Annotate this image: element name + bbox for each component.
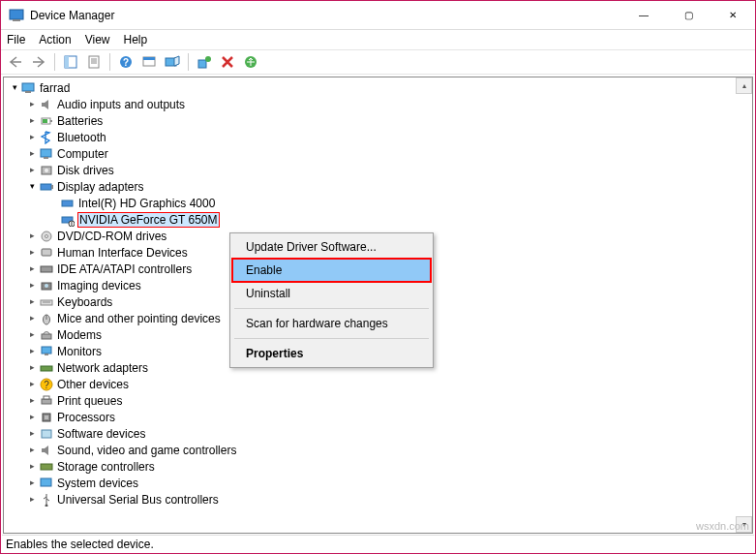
- expand-icon[interactable]: ▸: [25, 114, 39, 128]
- tree-root[interactable]: ▾ farrad: [4, 79, 752, 96]
- tree-item[interactable]: ▸ Sound, video and game controllers: [4, 442, 752, 458]
- tree-item[interactable]: ▸ Bluetooth: [4, 129, 752, 145]
- toolbar-separator: [109, 53, 110, 71]
- tree-item-label: Software devices: [56, 427, 146, 441]
- enable-device-button[interactable]: [194, 51, 215, 73]
- ctx-scan[interactable]: Scan for hardware changes: [232, 312, 431, 335]
- expand-icon[interactable]: ▸: [25, 312, 39, 325]
- action-button[interactable]: [138, 51, 160, 73]
- expand-icon[interactable]: ▸: [25, 378, 39, 391]
- help-button[interactable]: ?: [115, 51, 136, 73]
- update-driver-button[interactable]: [240, 51, 261, 73]
- tree-item-label: DVD/CD-ROM drives: [56, 230, 167, 243]
- expand-icon[interactable]: ▸: [25, 477, 39, 490]
- scan-hardware-button[interactable]: [162, 51, 183, 73]
- menu-view[interactable]: View: [85, 33, 110, 46]
- ctx-enable[interactable]: Enable: [231, 258, 432, 283]
- back-button[interactable]: [5, 51, 26, 73]
- forward-button[interactable]: [28, 51, 49, 73]
- dvd-icon: [39, 229, 54, 244]
- collapse-icon[interactable]: ▾: [25, 180, 39, 194]
- expand-icon[interactable]: ▸: [25, 328, 39, 342]
- svg-point-35: [45, 284, 48, 288]
- tree-item[interactable]: ▸ ? Other devices: [4, 376, 752, 392]
- svg-rect-49: [45, 416, 48, 419]
- menu-help[interactable]: Help: [124, 33, 148, 46]
- expand-icon[interactable]: ▸: [25, 230, 39, 243]
- tree-item[interactable]: ▸ Software devices: [4, 425, 752, 442]
- close-button[interactable]: ✕: [711, 1, 755, 30]
- svg-rect-52: [41, 478, 51, 486]
- collapse-icon[interactable]: ▾: [8, 81, 21, 95]
- tree-item[interactable]: ▸ Storage controllers: [4, 458, 752, 475]
- minimize-button[interactable]: —: [621, 1, 666, 30]
- svg-rect-0: [10, 10, 23, 19]
- expand-icon[interactable]: ▸: [25, 246, 39, 260]
- properties-button[interactable]: [83, 51, 105, 73]
- expand-icon[interactable]: ▸: [25, 345, 39, 358]
- tree-item-label: Processors: [56, 411, 116, 424]
- svg-rect-21: [41, 149, 51, 157]
- svg-rect-46: [42, 399, 51, 404]
- expand-icon[interactable]: ▸: [25, 295, 39, 309]
- svg-rect-50: [42, 430, 51, 438]
- menu-action[interactable]: Action: [39, 33, 71, 46]
- expand-icon[interactable]: ▸: [25, 147, 39, 161]
- tree-item-intel-gpu[interactable]: Intel(R) HD Graphics 4000: [4, 195, 752, 211]
- tree-item[interactable]: ▸ System devices: [4, 475, 752, 491]
- usb-icon: [39, 492, 54, 508]
- ctx-properties[interactable]: Properties: [232, 342, 431, 365]
- tree-item-label: Other devices: [56, 378, 130, 391]
- expand-icon[interactable]: ▸: [25, 444, 39, 457]
- uninstall-button[interactable]: [217, 51, 238, 73]
- ide-icon: [39, 262, 54, 277]
- tree-item[interactable]: ▸ Computer: [4, 145, 752, 162]
- svg-rect-17: [25, 91, 31, 93]
- ctx-uninstall[interactable]: Uninstall: [232, 282, 431, 305]
- expand-icon[interactable]: ▸: [25, 460, 39, 474]
- tree-item-label: Imaging devices: [56, 279, 142, 292]
- storage-controller-icon: [39, 459, 54, 475]
- sound-icon: [39, 443, 54, 458]
- tree-item-nvidia-gpu[interactable]: NVIDIA GeForce GT 650M: [4, 211, 752, 228]
- tree-item[interactable]: ▸ Audio inputs and outputs: [4, 96, 752, 112]
- tree-item-display-adapters[interactable]: ▾ Display adapters: [4, 178, 752, 195]
- tree-item[interactable]: ▸ Batteries: [4, 112, 752, 129]
- app-icon: [9, 8, 24, 23]
- tree-item[interactable]: ▸ Print queues: [4, 392, 752, 409]
- show-hide-tree-button[interactable]: [60, 51, 81, 73]
- expand-icon[interactable]: ▸: [25, 262, 39, 276]
- tree-item-label: Modems: [56, 328, 103, 342]
- tree-item-label: Computer: [56, 147, 109, 161]
- scroll-up-button[interactable]: ▴: [736, 77, 752, 94]
- svg-rect-32: [42, 249, 51, 256]
- display-adapter-icon: [39, 179, 54, 195]
- tree-item[interactable]: ▸ Universal Serial Bus controllers: [4, 491, 752, 508]
- battery-icon: [39, 113, 54, 129]
- tree-item[interactable]: ▸ Processors: [4, 409, 752, 425]
- menu-file[interactable]: File: [7, 33, 25, 46]
- ctx-update-driver[interactable]: Update Driver Software...: [232, 235, 431, 259]
- system-device-icon: [39, 476, 54, 491]
- expand-icon[interactable]: ▸: [25, 164, 39, 177]
- maximize-button[interactable]: ▢: [666, 1, 711, 30]
- svg-rect-51: [41, 464, 52, 470]
- hid-icon: [39, 245, 54, 261]
- tree-root-label: farrad: [39, 81, 71, 95]
- computer-icon: [39, 146, 54, 162]
- tree-item[interactable]: ▸ Disk drives: [4, 162, 752, 178]
- expand-icon[interactable]: ▸: [25, 279, 39, 292]
- other-device-icon: ?: [39, 377, 54, 392]
- expand-icon[interactable]: ▸: [25, 361, 39, 375]
- expand-icon[interactable]: ▸: [25, 131, 39, 144]
- ctx-separator: [234, 338, 429, 339]
- toolbar: ?: [1, 49, 755, 75]
- expand-icon[interactable]: ▸: [25, 427, 39, 441]
- svg-rect-25: [41, 184, 51, 190]
- expand-icon[interactable]: ▸: [25, 98, 39, 111]
- expand-icon[interactable]: ▸: [25, 411, 39, 424]
- tree-item-label: Intel(R) HD Graphics 4000: [77, 197, 216, 210]
- imaging-icon: [39, 278, 54, 293]
- expand-icon[interactable]: ▸: [25, 493, 39, 507]
- expand-icon[interactable]: ▸: [25, 394, 39, 408]
